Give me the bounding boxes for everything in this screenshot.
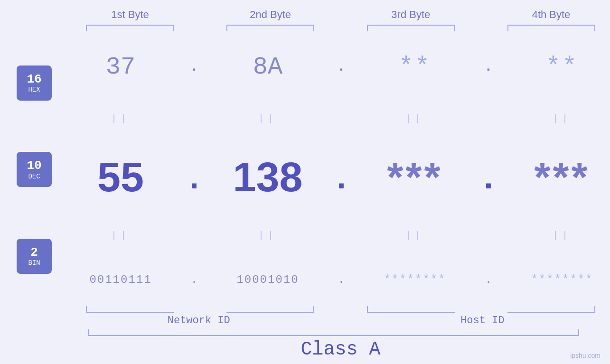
byte4-header: 4th Byte — [492, 9, 610, 21]
bracket-top-4 — [507, 25, 595, 31]
byte2-header: 2nd Byte — [212, 9, 329, 21]
eq1-b2: || — [206, 113, 329, 124]
class-bracket — [88, 329, 579, 336]
network-id-label: Network ID — [71, 315, 327, 327]
hex-b3: ** — [353, 53, 477, 81]
equals-row-2: || || || || — [59, 230, 610, 242]
main-container: 1st Byte 2nd Byte 3rd Byte 4th Byte 16 — [0, 0, 610, 364]
dec-badge: 10 DEC — [17, 152, 52, 187]
hex-dot3: . — [477, 56, 500, 79]
byte1-header: 1st Byte — [71, 9, 189, 21]
bin-badge: 2 BIN — [17, 239, 52, 274]
bin-dot3: . — [477, 273, 500, 286]
bracket-bottom-net-left — [86, 306, 174, 313]
bin-b3: ******** — [353, 273, 477, 286]
dec-dot3: . — [477, 160, 500, 194]
bracket-top-1 — [86, 25, 174, 31]
bin-dot2: . — [329, 273, 353, 286]
hex-dot1: . — [182, 56, 206, 79]
dec-b2: 138 — [206, 156, 329, 198]
bracket-bottom-host-left — [367, 306, 455, 313]
bin-b4: ******** — [500, 273, 610, 286]
bracket-bottom-host-right — [507, 306, 595, 313]
bin-row: 00110111 . 10001010 . ******** . *******… — [59, 273, 610, 286]
eq1-b4: || — [500, 113, 610, 124]
hex-row: 37 . 8A . ** . ** — [59, 53, 610, 81]
watermark: ipshu.com — [570, 352, 601, 359]
hex-badge: 16 HEX — [17, 65, 52, 101]
eq2-b2: || — [206, 230, 329, 241]
hex-b2: 8A — [206, 53, 329, 81]
dec-b3: *** — [353, 156, 477, 198]
dec-b4: *** — [500, 156, 610, 198]
bracket-top-2 — [226, 25, 314, 31]
bracket-top-3 — [367, 25, 455, 31]
hex-b1: 37 — [59, 53, 182, 81]
dec-dot1: . — [182, 160, 206, 194]
eq2-b1: || — [59, 230, 182, 241]
dec-row: 55 . 138 . *** . *** — [59, 156, 610, 198]
dec-b1: 55 — [59, 156, 182, 198]
host-id-label: Host ID — [355, 315, 610, 327]
equals-row-1: || || || || — [59, 112, 610, 125]
bin-dot1: . — [182, 273, 206, 286]
bin-b2: 10001010 — [206, 273, 329, 286]
bracket-bottom-net-right — [226, 306, 314, 313]
class-label: Class A — [0, 339, 610, 364]
dec-dot2: . — [329, 160, 353, 194]
byte3-header: 3rd Byte — [352, 9, 469, 21]
eq1-b3: || — [353, 113, 477, 124]
hex-b4: ** — [500, 53, 610, 81]
bin-b1: 00110111 — [59, 273, 182, 286]
eq2-b3: || — [353, 230, 477, 241]
eq2-b4: || — [500, 230, 610, 241]
hex-dot2: . — [329, 56, 353, 79]
eq1-b1: || — [59, 113, 182, 124]
